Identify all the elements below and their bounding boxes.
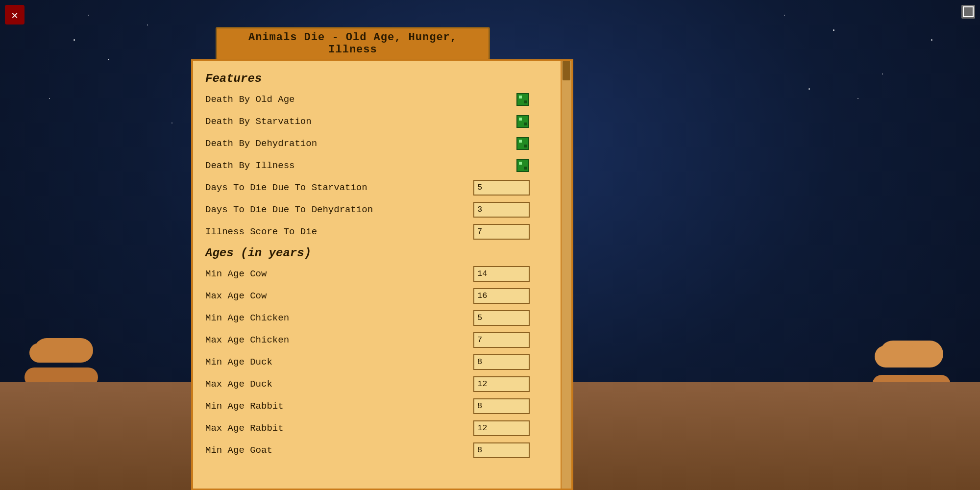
setting-row: Death By Dehydration <box>205 132 559 154</box>
setting-row: Days To Die Due To Dehydration <box>205 198 559 220</box>
setting-row: Max Age Rabbit <box>205 417 559 439</box>
death-old-age-checkbox[interactable] <box>516 93 530 106</box>
min-age-chicken-label: Min Age Chicken <box>205 313 473 323</box>
setting-row: Death By Starvation <box>205 110 559 132</box>
modal-window: Animals Die - Old Age, Hunger, Illness F… <box>191 27 593 478</box>
setting-row: Death By Illness <box>205 154 559 176</box>
window-title: Animals Die - Old Age, Hunger, Illness <box>248 31 457 56</box>
max-age-rabbit-input[interactable] <box>473 420 530 436</box>
min-age-duck-input[interactable] <box>473 354 530 370</box>
setting-row: Max Age Cow <box>205 285 559 307</box>
max-age-duck-input[interactable] <box>473 376 530 392</box>
svg-text:✕: ✕ <box>11 10 18 22</box>
setting-row: Min Age Chicken <box>205 307 559 329</box>
max-age-rabbit-label: Max Age Rabbit <box>205 423 473 434</box>
scrollbar-thumb[interactable] <box>563 61 570 80</box>
setting-row: Death By Old Age <box>205 88 559 110</box>
max-age-duck-label: Max Age Duck <box>205 379 473 390</box>
min-age-cow-label: Min Age Cow <box>205 269 473 279</box>
max-age-cow-input[interactable] <box>473 288 530 304</box>
ages-header: Ages (in years) <box>205 246 559 260</box>
setting-row: Illness Score To Die <box>205 220 559 243</box>
death-dehydration-checkbox[interactable] <box>516 137 530 150</box>
max-age-cow-label: Max Age Cow <box>205 291 473 301</box>
death-illness-checkbox[interactable] <box>516 159 530 172</box>
death-starvation-label: Death By Starvation <box>205 116 516 127</box>
content-box: Features Death By Old Age Death By Starv… <box>191 59 573 490</box>
setting-row: Min Age Cow <box>205 263 559 285</box>
checkbox-checked-icon <box>516 137 529 150</box>
scrollbar[interactable] <box>561 61 571 489</box>
min-age-cow-input[interactable] <box>473 266 530 282</box>
setting-row: Max Age Chicken <box>205 329 559 351</box>
death-old-age-label: Death By Old Age <box>205 94 516 105</box>
setting-row: Min Age Duck <box>205 351 559 373</box>
checkbox-checked-icon <box>516 115 529 128</box>
max-age-chicken-input[interactable] <box>473 332 530 348</box>
setting-row: Days To Die Due To Starvation <box>205 176 559 198</box>
setting-row: Max Age Duck <box>205 373 559 395</box>
max-age-chicken-label: Max Age Chicken <box>205 335 473 345</box>
min-age-rabbit-input[interactable] <box>473 398 530 414</box>
death-illness-label: Death By Illness <box>205 160 516 171</box>
setting-row: Min Age Goat <box>205 439 559 461</box>
illness-score-label: Illness Score To Die <box>205 226 473 237</box>
game-logo: ✕ <box>5 5 24 24</box>
min-age-goat-label: Min Age Goat <box>205 445 473 456</box>
death-starvation-checkbox[interactable] <box>516 115 530 128</box>
illness-score-input[interactable] <box>473 224 530 240</box>
title-bar: Animals Die - Old Age, Hunger, Illness <box>216 27 490 60</box>
days-dehydration-label: Days To Die Due To Dehydration <box>205 204 473 215</box>
death-dehydration-label: Death By Dehydration <box>205 138 516 149</box>
checkbox-checked-icon <box>516 159 529 172</box>
days-dehydration-input[interactable] <box>473 202 530 218</box>
features-header: Features <box>205 72 559 85</box>
days-starvation-input[interactable] <box>473 180 530 196</box>
min-age-chicken-input[interactable] <box>473 310 530 326</box>
min-age-goat-input[interactable] <box>473 442 530 458</box>
min-age-rabbit-label: Min Age Rabbit <box>205 401 473 412</box>
checkbox-checked-icon <box>516 93 529 106</box>
days-starvation-label: Days To Die Due To Starvation <box>205 182 473 193</box>
min-age-duck-label: Min Age Duck <box>205 357 473 368</box>
setting-row: Min Age Rabbit <box>205 395 559 417</box>
window-resize-button[interactable] <box>961 5 975 19</box>
